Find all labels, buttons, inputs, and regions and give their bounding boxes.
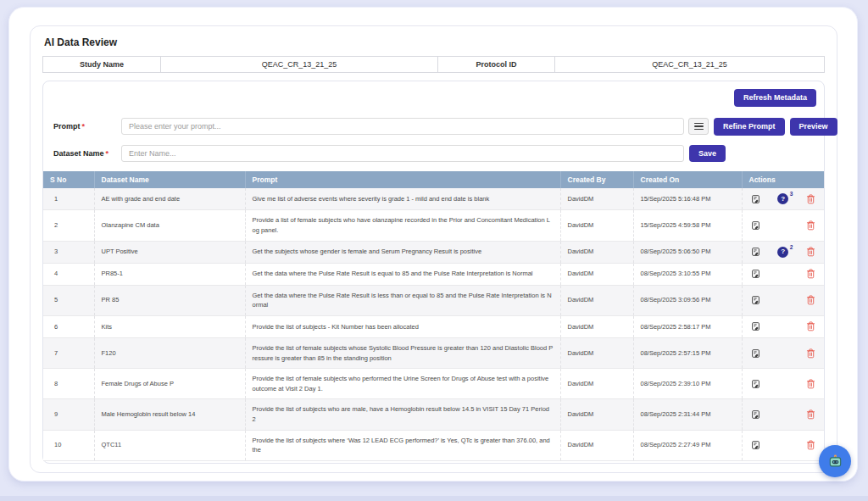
actions-cell: ? <box>742 210 824 241</box>
view-form-icon[interactable] <box>751 247 760 257</box>
delete-icon[interactable] <box>806 295 815 305</box>
query-count-badge[interactable]: ? 2 <box>777 247 788 258</box>
table-row: 10 QTC11 Provide the list of subjects wh… <box>43 430 824 460</box>
sno-cell: 8 <box>43 369 94 399</box>
dataset-name-input[interactable] <box>121 145 684 162</box>
created-on-cell: 08/Sep/2025 3:10:55 PM <box>633 263 742 285</box>
prompt-cell: Provide the list of subjects who are mal… <box>245 399 560 430</box>
view-form-icon[interactable] <box>751 379 760 389</box>
created-on-cell: 15/Sep/2025 5:16:48 PM <box>633 188 742 210</box>
view-form-icon[interactable] <box>751 440 760 450</box>
view-form-icon[interactable] <box>751 409 760 420</box>
delete-icon[interactable] <box>806 220 815 231</box>
prompt-cell: Provide the list of female subjects whos… <box>245 337 560 368</box>
prompt-input[interactable] <box>121 118 684 135</box>
delete-icon[interactable] <box>806 379 815 389</box>
prompt-row: Prompt* Refine Prompt Preview <box>53 118 815 136</box>
created-by-cell: DavidDM <box>560 369 633 399</box>
ai-data-review-card: AI Data Review Study Name QEAC_CR_13_21_… <box>30 25 837 473</box>
prompt-cell: Give me list of adverse events where sev… <box>245 188 560 210</box>
view-form-icon[interactable] <box>751 194 760 204</box>
delete-icon[interactable] <box>806 348 815 359</box>
dataset-name-row: Dataset Name* Save <box>53 145 815 163</box>
dataset-name-cell: PR 85 <box>94 285 245 315</box>
required-asterisk: * <box>82 122 86 131</box>
delete-icon[interactable] <box>806 440 815 450</box>
dataset-name-cell: QTC11 <box>94 430 245 460</box>
created-on-cell: 08/Sep/2025 2:27:49 PM <box>633 430 742 460</box>
created-by-cell: DavidDM <box>560 285 633 315</box>
delete-icon[interactable] <box>806 194 815 204</box>
prompt-cell: Provide the list of subjects - Kit Numbe… <box>245 315 560 337</box>
table-row: 8 Female Drugs of Abuse P Provide the li… <box>43 369 824 399</box>
study-name-value: QEAC_CR_13_21_25 <box>160 56 438 73</box>
protocol-id-value: QEAC_CR_13_21_25 <box>554 56 825 73</box>
sno-cell: 3 <box>43 241 94 263</box>
created-on-cell: 08/Sep/2025 2:58:17 PM <box>633 315 742 337</box>
prompt-cell: Get the data where the Pulse Rate Result… <box>245 263 560 285</box>
chatbot-fab-button[interactable] <box>819 445 851 477</box>
save-button[interactable]: Save <box>689 145 726 163</box>
table-row: 6 Kits Provide the list of subjects - Ki… <box>43 315 824 337</box>
dataset-name-cell: Male Hemoglobin result below 14 <box>94 399 245 430</box>
hamburger-icon <box>694 123 704 125</box>
prompt-cell: Provide the list of subjects where ‘Was … <box>245 430 560 460</box>
table-row: 7 F120 Provide the list of female subjec… <box>43 337 824 368</box>
view-form-icon[interactable] <box>751 295 760 305</box>
query-count: 3 <box>790 190 793 198</box>
refresh-metadata-button[interactable]: Refresh Metadata <box>734 89 816 107</box>
question-icon: ? <box>777 247 788 258</box>
created-on-cell: 08/Sep/2025 3:09:56 PM <box>633 285 742 315</box>
actions-cell: ? <box>742 337 824 368</box>
table-row: 9 Male Hemoglobin result below 14 Provid… <box>43 399 824 430</box>
delete-icon[interactable] <box>806 321 815 331</box>
sno-cell: 1 <box>43 188 94 210</box>
prompt-form: Prompt* Refine Prompt Preview Dataset Na… <box>43 107 824 163</box>
created-on-cell: 08/Sep/2025 5:06:50 PM <box>633 241 742 263</box>
dataset-name-cell: F120 <box>94 337 245 368</box>
created-on-cell: 08/Sep/2025 2:57:15 PM <box>633 337 742 368</box>
created-by-cell: DavidDM <box>560 315 633 337</box>
robot-icon <box>827 454 843 469</box>
sno-cell: 5 <box>43 285 94 315</box>
prompt-section: Refresh Metadata Prompt* Refine Prompt P… <box>42 81 825 464</box>
table-body: 1 AE with grade and end date Give me lis… <box>43 188 824 460</box>
delete-icon[interactable] <box>806 247 815 257</box>
col-header-created-on: Created On <box>633 171 742 188</box>
actions-cell: ? <box>742 399 824 430</box>
created-by-cell: DavidDM <box>560 210 633 241</box>
dataset-name-cell: UPT Positive <box>94 241 245 263</box>
datasets-table: S No Dataset Name Prompt Created By Crea… <box>43 171 824 461</box>
col-header-sno: S No <box>43 171 94 188</box>
preview-button[interactable]: Preview <box>790 118 837 136</box>
created-on-cell: 08/Sep/2025 2:31:44 PM <box>633 399 742 430</box>
view-form-icon[interactable] <box>751 220 760 231</box>
created-by-cell: DavidDM <box>560 263 633 285</box>
delete-icon[interactable] <box>806 409 815 420</box>
prompt-cell: Provide a list of female subjects who ha… <box>245 210 560 241</box>
table-row: 4 PR85-1 Get the data where the Pulse Ra… <box>43 263 824 285</box>
page-title: AI Data Review <box>44 36 830 48</box>
prompt-cell: Provide the list of female subjects who … <box>245 369 560 399</box>
dataset-name-label: Dataset Name* <box>53 149 121 158</box>
sno-cell: 10 <box>43 430 94 460</box>
view-form-icon[interactable] <box>751 348 760 359</box>
refresh-row: Refresh Metadata <box>43 89 824 107</box>
view-form-icon[interactable] <box>751 321 760 331</box>
sno-cell: 6 <box>43 315 94 337</box>
query-count-badge[interactable]: ? 3 <box>777 193 788 204</box>
col-header-actions: Actions <box>742 171 824 188</box>
table-row: 5 PR 85 Get the data where the Pulse Rat… <box>43 285 824 315</box>
col-header-created-by: Created By <box>560 171 633 188</box>
actions-cell: ? <box>742 285 824 315</box>
delete-icon[interactable] <box>806 269 815 279</box>
view-form-icon[interactable] <box>751 269 760 279</box>
sno-cell: 4 <box>43 263 94 285</box>
refine-prompt-button[interactable]: Refine Prompt <box>714 118 785 136</box>
created-by-cell: DavidDM <box>560 399 633 430</box>
col-header-prompt: Prompt <box>245 171 560 188</box>
prompt-options-menu-button[interactable] <box>688 118 709 135</box>
dataset-name-cell: PR85-1 <box>94 263 245 285</box>
prompt-cell: Get the subjects whose gender is female … <box>245 241 560 263</box>
dataset-name-cell: AE with grade and end date <box>94 188 245 210</box>
